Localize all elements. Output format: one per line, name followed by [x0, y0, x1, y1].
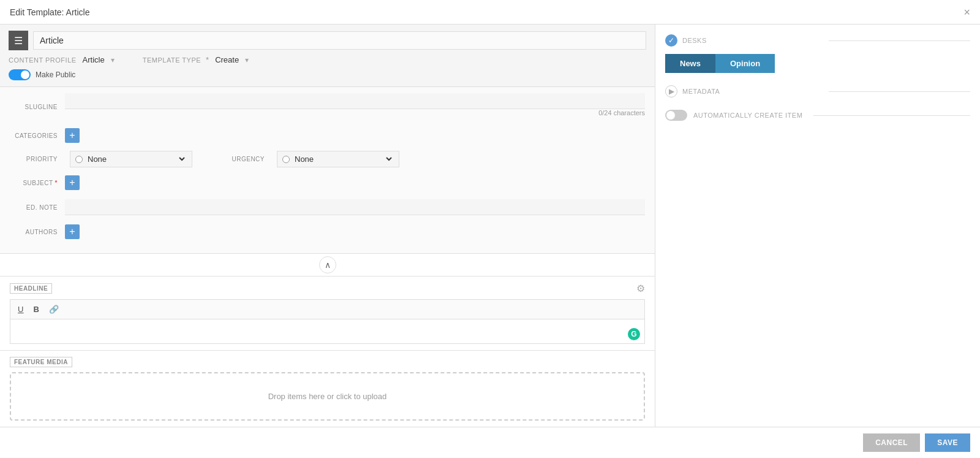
ed-note-label: ED. NOTE [10, 204, 65, 211]
urgency-dot [282, 156, 290, 163]
cancel-button[interactable]: CANCEL [863, 433, 920, 452]
subject-add-button[interactable]: + [65, 175, 80, 190]
right-panel: ✓ DESKS News Opinion ▶ METADATA [655, 25, 980, 427]
make-public-toggle[interactable] [9, 69, 31, 80]
metadata-chevron[interactable]: ▶ [665, 85, 677, 97]
headline-badge: HEADLINE [10, 283, 52, 294]
metadata-divider [829, 91, 970, 92]
headline-text-area-wrap: G [10, 319, 645, 344]
make-public-label: Make Public [36, 71, 75, 79]
modal-footer: CANCEL SAVE [0, 427, 980, 458]
close-button[interactable]: × [963, 7, 970, 18]
slugline-label: SLUGLINE [10, 104, 65, 110]
underline-button[interactable]: U [15, 303, 26, 315]
feature-media-badge: FEATURE MEDIA [10, 357, 72, 367]
desks-opinion-button[interactable]: Opinion [715, 54, 775, 73]
collapse-row: ∧ [0, 254, 655, 277]
slugline-row: SLUGLINE 0/24 characters [10, 93, 645, 120]
template-type-value: Create [215, 55, 239, 64]
desks-label: DESKS [682, 37, 824, 44]
priority-dot [75, 156, 83, 163]
template-type-label: TEMPLATE TYPE [143, 56, 201, 64]
collapse-button[interactable]: ∧ [319, 256, 336, 273]
auto-create-divider [813, 115, 970, 116]
priority-urgency-row: PRIORITY None URGENCY [10, 151, 645, 167]
grammarly-icon: G [628, 328, 640, 340]
headline-section: HEADLINE ⚙ U B 🔗 G [0, 277, 655, 351]
priority-select[interactable]: None [85, 154, 187, 164]
authors-add-button[interactable]: + [65, 224, 80, 239]
content-profile-value: Article [83, 55, 105, 64]
slugline-input[interactable] [65, 93, 645, 109]
left-panel: ☰ CONTENT PROFILE Article ▾ TEMPLATE TYP… [0, 25, 655, 427]
auto-create-row: AUTOMATICALLY CREATE ITEM [665, 110, 970, 121]
desks-divider [829, 40, 970, 41]
metadata-section: ▶ METADATA [665, 85, 970, 97]
fields-area: SLUGLINE 0/24 characters CATEGORIES + PR… [0, 87, 655, 254]
headline-editor[interactable] [10, 319, 645, 344]
drop-zone-text: Drop items here or click to upload [268, 392, 387, 401]
desks-news-button[interactable]: News [665, 54, 715, 73]
desks-chevron[interactable]: ✓ [665, 34, 677, 47]
desks-buttons: News Opinion [665, 54, 970, 73]
auto-create-toggle[interactable] [665, 110, 687, 121]
authors-label: AUTHORS [10, 229, 65, 235]
urgency-label: URGENCY [217, 156, 272, 162]
bold-button[interactable]: B [31, 303, 41, 315]
categories-row: CATEGORIES + [10, 126, 645, 145]
template-name-input[interactable] [33, 31, 646, 50]
categories-add-button[interactable]: + [65, 128, 80, 143]
ed-note-input[interactable] [65, 199, 645, 215]
urgency-select-wrap[interactable]: None [277, 151, 399, 167]
modal-title: Edit Template: Article [10, 7, 89, 17]
desks-section: ✓ DESKS News Opinion [665, 34, 970, 73]
subject-row: SUBJECT + [10, 174, 645, 192]
feature-media-drop-zone[interactable]: Drop items here or click to upload [10, 372, 645, 421]
auto-create-label: AUTOMATICALLY CREATE ITEM [693, 112, 802, 119]
feature-media-section: FEATURE MEDIA Drop items here or click t… [0, 351, 655, 427]
link-button[interactable]: 🔗 [47, 303, 61, 315]
ed-note-row: ED. NOTE [10, 198, 645, 216]
authors-row: AUTHORS + [10, 223, 645, 241]
save-button[interactable]: SAVE [925, 433, 970, 452]
metadata-label: METADATA [682, 88, 824, 95]
template-header: ☰ CONTENT PROFILE Article ▾ TEMPLATE TYP… [0, 25, 655, 87]
priority-label: PRIORITY [10, 156, 65, 162]
urgency-select[interactable]: None [292, 154, 394, 164]
subject-label: SUBJECT [10, 180, 65, 186]
headline-gear-icon[interactable]: ⚙ [636, 283, 645, 294]
priority-select-wrap[interactable]: None [70, 151, 192, 167]
headline-toolbar: U B 🔗 [10, 299, 645, 319]
hamburger-button[interactable]: ☰ [9, 31, 28, 50]
char-count: 0/24 characters [65, 109, 645, 116]
categories-label: CATEGORIES [10, 132, 65, 139]
content-profile-label: CONTENT PROFILE [9, 56, 77, 64]
